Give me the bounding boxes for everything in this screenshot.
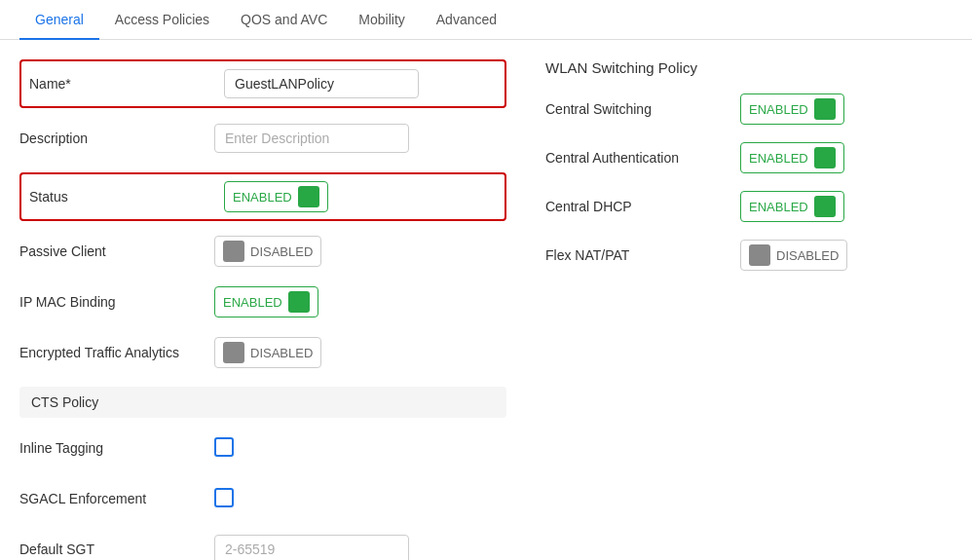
flex-nat-toggle[interactable]: DISABLED xyxy=(740,240,847,271)
central-switching-row: Central Switching ENABLED xyxy=(545,93,953,125)
status-value-container: ENABLED xyxy=(224,181,497,212)
tab-mobility[interactable]: Mobility xyxy=(343,0,420,39)
central-switching-toggle[interactable]: ENABLED xyxy=(740,93,844,125)
ip-mac-row: IP MAC Binding ENABLED xyxy=(19,285,506,318)
name-label: Name* xyxy=(29,76,224,92)
ip-mac-toggle-text: ENABLED xyxy=(223,295,282,310)
status-row: Status ENABLED xyxy=(29,180,497,213)
inline-tagging-row: Inline Tagging xyxy=(19,431,506,465)
inline-tagging-checkbox[interactable] xyxy=(214,437,234,457)
ip-mac-label: IP MAC Binding xyxy=(19,294,214,310)
name-row-highlight: Name* xyxy=(19,59,506,108)
central-dhcp-control: ENABLED xyxy=(740,191,844,222)
central-dhcp-toggle-square xyxy=(814,196,836,217)
passive-client-row: Passive Client DISABLED xyxy=(19,235,506,268)
central-auth-row: Central Authentication ENABLED xyxy=(545,142,953,173)
central-auth-toggle-square xyxy=(814,147,836,168)
sgacl-value-container xyxy=(214,488,506,510)
status-toggle[interactable]: ENABLED xyxy=(224,181,328,212)
name-row: Name* xyxy=(29,67,497,100)
status-label: Status xyxy=(29,189,224,205)
central-switching-control: ENABLED xyxy=(740,93,844,125)
status-toggle-text: ENABLED xyxy=(233,190,292,205)
flex-nat-toggle-text: DISABLED xyxy=(776,248,839,263)
description-label: Description xyxy=(19,131,214,146)
passive-client-label: Passive Client xyxy=(19,243,214,259)
eta-value-container: DISABLED xyxy=(214,337,506,368)
sgacl-checkbox[interactable] xyxy=(214,488,234,507)
flex-nat-toggle-square xyxy=(749,244,770,266)
eta-row: Encrypted Traffic Analytics DISABLED xyxy=(19,336,506,369)
default-sgt-value-container xyxy=(214,535,506,560)
eta-toggle-text: DISABLED xyxy=(250,346,313,360)
central-switching-toggle-text: ENABLED xyxy=(749,102,808,117)
tab-advanced[interactable]: Advanced xyxy=(421,0,512,39)
status-row-highlight: Status ENABLED xyxy=(19,172,506,221)
tab-general[interactable]: General xyxy=(19,0,99,39)
eta-toggle-square xyxy=(223,342,244,363)
passive-client-toggle[interactable]: DISABLED xyxy=(214,236,321,267)
ip-mac-toggle[interactable]: ENABLED xyxy=(214,286,318,317)
passive-client-toggle-text: DISABLED xyxy=(250,244,313,259)
central-auth-control: ENABLED xyxy=(740,142,844,173)
default-sgt-label: Default SGT xyxy=(19,541,214,557)
name-input[interactable] xyxy=(224,69,419,98)
tab-bar: General Access Policies QOS and AVC Mobi… xyxy=(0,0,972,40)
sgacl-row: SGACL Enforcement xyxy=(19,482,506,515)
central-auth-toggle[interactable]: ENABLED xyxy=(740,142,844,173)
cts-section-header: CTS Policy xyxy=(19,387,506,418)
main-content: Name* Description Status ENABLED xyxy=(0,40,972,560)
central-dhcp-toggle-text: ENABLED xyxy=(749,200,808,214)
sgacl-label: SGACL Enforcement xyxy=(19,491,214,506)
inline-tagging-value-container xyxy=(214,437,506,460)
right-column: WLAN Switching Policy Central Switching … xyxy=(545,59,953,560)
left-column: Name* Description Status ENABLED xyxy=(19,59,506,560)
passive-client-toggle-square xyxy=(223,241,244,262)
ip-mac-toggle-square xyxy=(288,291,310,313)
central-auth-toggle-text: ENABLED xyxy=(749,151,808,166)
central-auth-label: Central Authentication xyxy=(545,150,740,166)
central-switching-label: Central Switching xyxy=(545,101,740,117)
description-row: Description xyxy=(19,122,506,155)
eta-toggle[interactable]: DISABLED xyxy=(214,337,321,368)
wlan-section-title: WLAN Switching Policy xyxy=(545,59,953,76)
flex-nat-label: Flex NAT/PAT xyxy=(545,247,740,263)
passive-client-value-container: DISABLED xyxy=(214,236,506,267)
flex-nat-control: DISABLED xyxy=(740,240,847,271)
default-sgt-row: Default SGT xyxy=(19,533,506,560)
central-dhcp-label: Central DHCP xyxy=(545,199,740,214)
default-sgt-input[interactable] xyxy=(214,535,409,560)
central-dhcp-toggle[interactable]: ENABLED xyxy=(740,191,844,222)
eta-label: Encrypted Traffic Analytics xyxy=(19,345,214,360)
flex-nat-row: Flex NAT/PAT DISABLED xyxy=(545,240,953,271)
inline-tagging-label: Inline Tagging xyxy=(19,440,214,456)
status-toggle-square xyxy=(298,186,319,207)
tab-access-policies[interactable]: Access Policies xyxy=(99,0,225,39)
name-value-container xyxy=(224,69,497,98)
description-input[interactable] xyxy=(214,124,409,153)
ip-mac-value-container: ENABLED xyxy=(214,286,506,317)
tab-qos-avc[interactable]: QOS and AVC xyxy=(225,0,343,39)
description-value-container xyxy=(214,124,506,153)
central-switching-toggle-square xyxy=(814,98,836,120)
central-dhcp-row: Central DHCP ENABLED xyxy=(545,191,953,222)
